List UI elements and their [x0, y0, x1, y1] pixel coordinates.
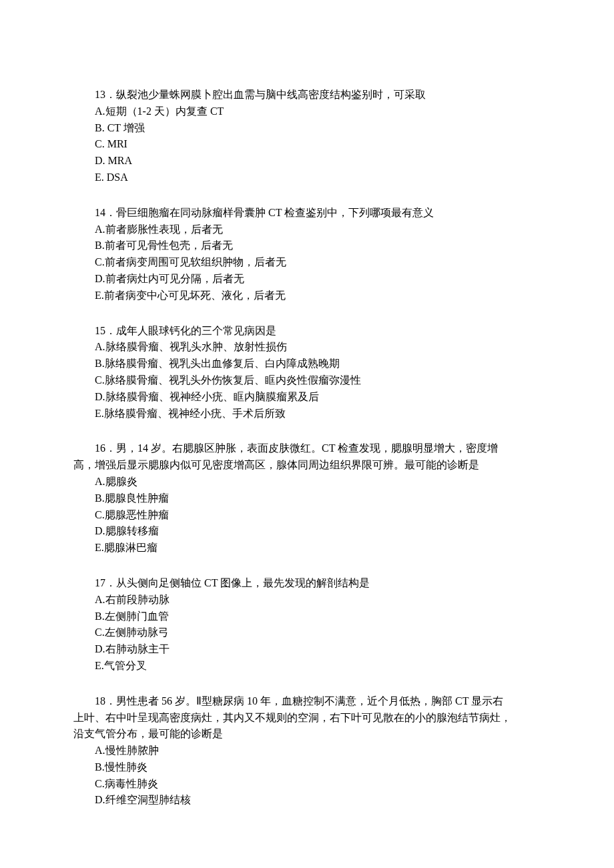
question-number: 14: [95, 207, 105, 218]
question-stem: 15．成年人眼球钙化的三个常见病因是: [73, 323, 541, 340]
question-number: 17: [95, 577, 105, 588]
stem-continuation: 上叶、右中叶呈现高密度病灶，其内又不规则的空洞，右下叶可见散在的小的腺泡结节病灶…: [73, 710, 541, 727]
option-a: A.短期（1-2 天）内复查 CT: [73, 103, 541, 120]
stem-continuation: 高，增强后显示腮腺内似可见密度增高区，腺体同周边组织界限可辨。最可能的诊断是: [73, 457, 541, 474]
option-a: A.右前段肺动脉: [73, 592, 541, 608]
option-d: D.脉络膜骨瘤、视神经小疣、眶内脑膜瘤累及后: [73, 389, 541, 406]
question-18: 18．男性患者 56 岁。Ⅱ型糖尿病 10 年，血糖控制不满意，近个月低热，胸部…: [73, 693, 541, 809]
option-e: E.脉络膜骨瘤、视神经小疣、手术后所致: [73, 406, 541, 422]
option-c: C.病毒性肺炎: [73, 776, 541, 793]
option-b: B.前者可见骨性包壳，后者无: [73, 238, 541, 254]
question-13: 13．纵裂池少量蛛网膜卜腔出血需与脑中线高密度结构鉴别时，可采取 A.短期（1-…: [73, 87, 541, 186]
option-b: B.慢性肺炎: [73, 759, 541, 776]
option-c: C.腮腺恶性肿瘤: [73, 507, 541, 524]
option-b: B.脉络膜骨瘤、视乳头出血修复后、白内障成熟晚期: [73, 356, 541, 372]
option-b: B.左侧肺门血管: [73, 608, 541, 625]
stem-text: ．男，14 岁。右腮腺区肿胀，表面皮肤微红。CT 检查发现，腮腺明显增大，密度增: [105, 442, 498, 454]
option-d: D.右肺动脉主干: [73, 641, 541, 658]
question-number: 13: [95, 89, 105, 100]
question-number: 16: [95, 442, 105, 454]
stem-text: ．纵裂池少量蛛网膜卜腔出血需与脑中线高密度结构鉴别时，可采取: [105, 89, 426, 100]
option-a: A.前者膨胀性表现，后者无: [73, 222, 541, 238]
option-d: D.前者病灶内可见分隔，后者无: [73, 271, 541, 288]
question-stem: 13．纵裂池少量蛛网膜卜腔出血需与脑中线高密度结构鉴别时，可采取: [73, 87, 541, 103]
question-16: 16．男，14 岁。右腮腺区肿胀，表面皮肤微红。CT 检查发现，腮腺明显增大，密…: [73, 440, 541, 556]
stem-text: ．骨巨细胞瘤在同动脉瘤样骨囊肿 CT 检查鉴别中，下列哪项最有意义: [105, 207, 434, 218]
question-stem: 17．从头侧向足侧轴位 CT 图像上，最先发现的解剖结构是: [73, 575, 541, 592]
option-a: A.腮腺炎: [73, 474, 541, 490]
option-a: A.慢性肺脓肿: [73, 743, 541, 759]
question-15: 15．成年人眼球钙化的三个常见病因是 A.脉络膜骨瘤、视乳头水肿、放射性损伤 B…: [73, 323, 541, 422]
option-e: E.气管分叉: [73, 658, 541, 675]
stem-text: ．男性患者 56 岁。Ⅱ型糖尿病 10 年，血糖控制不满意，近个月低热，胸部 C…: [105, 695, 503, 707]
option-e: E.腮腺淋巴瘤: [73, 540, 541, 556]
option-b: B.腮腺良性肿瘤: [73, 490, 541, 507]
stem-text: ．从头侧向足侧轴位 CT 图像上，最先发现的解剖结构是: [105, 577, 370, 588]
option-a: A.脉络膜骨瘤、视乳头水肿、放射性损伤: [73, 339, 541, 356]
stem-continuation: 沿支气管分布，最可能的诊断是: [73, 726, 541, 743]
option-d: D. MRA: [73, 153, 541, 169]
question-17: 17．从头侧向足侧轴位 CT 图像上，最先发现的解剖结构是 A.右前段肺动脉 B…: [73, 575, 541, 675]
option-c: C.脉络膜骨瘤、视乳头外伤恢复后、眶内炎性假瘤弥漫性: [73, 372, 541, 389]
option-c: C.左侧肺动脉弓: [73, 624, 541, 641]
question-stem: 14．骨巨细胞瘤在同动脉瘤样骨囊肿 CT 检查鉴别中，下列哪项最有意义: [73, 205, 541, 222]
question-number: 15: [95, 325, 105, 336]
option-d: D.腮腺转移瘤: [73, 523, 541, 540]
option-d: D.纤维空洞型肺结核: [73, 792, 541, 809]
stem-text: ．成年人眼球钙化的三个常见病因是: [105, 325, 276, 336]
option-b: B. CT 增强: [73, 120, 541, 137]
question-stem: 18．男性患者 56 岁。Ⅱ型糖尿病 10 年，血糖控制不满意，近个月低热，胸部…: [73, 693, 541, 710]
option-e: E. DSA: [73, 169, 541, 186]
option-c: C. MRI: [73, 136, 541, 153]
question-14: 14．骨巨细胞瘤在同动脉瘤样骨囊肿 CT 检查鉴别中，下列哪项最有意义 A.前者…: [73, 205, 541, 304]
question-stem: 16．男，14 岁。右腮腺区肿胀，表面皮肤微红。CT 检查发现，腮腺明显增大，密…: [73, 440, 541, 457]
option-c: C.前者病变周围可见软组织肿物，后者无: [73, 254, 541, 271]
option-e: E.前者病变中心可见坏死、液化，后者无: [73, 288, 541, 304]
question-number: 18: [95, 695, 105, 707]
